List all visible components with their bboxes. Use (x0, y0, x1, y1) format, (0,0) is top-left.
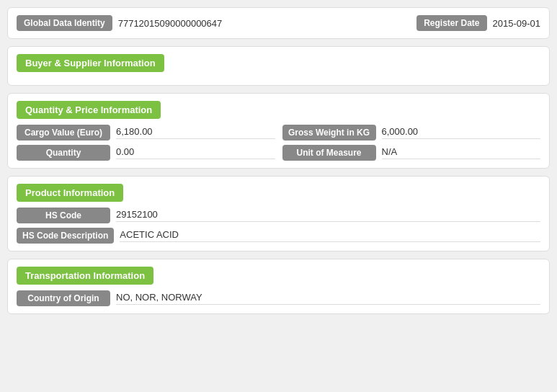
cargo-value-label: Cargo Value (Euro) (17, 125, 110, 141)
quantity-label: Quantity (17, 145, 110, 161)
hs-code-desc-label: HS Code Description (17, 228, 114, 244)
gross-weight-col: Gross Weight in KG 6,000.00 (282, 125, 541, 141)
quantity-value: 0.00 (116, 146, 275, 159)
product-title: Product Information (17, 184, 123, 202)
quantity-price-row2: Quantity 0.00 Unit of Measure N/A (17, 145, 540, 161)
page-container: Global Data Identity 7771201509000000064… (7, 7, 550, 314)
unit-of-measure-value: N/A (382, 146, 541, 159)
global-data-label: Global Data Identity (17, 15, 112, 31)
global-data-value: 77712015090000000647 (118, 18, 411, 29)
country-of-origin-row: Country of Origin NO, NOR, NORWAY (17, 290, 540, 306)
transportation-title: Transportation Information (17, 267, 153, 285)
quantity-col: Quantity 0.00 (17, 145, 275, 161)
country-of-origin-label: Country of Origin (17, 290, 110, 306)
hs-code-label: HS Code (17, 208, 110, 223)
hs-code-desc-value: ACETIC ACID (120, 229, 540, 242)
hs-code-desc-row: HS Code Description ACETIC ACID (17, 228, 540, 244)
register-date-value: 2015-09-01 (493, 18, 541, 29)
header-card: Global Data Identity 7771201509000000064… (7, 7, 550, 39)
buyer-supplier-card: Buyer & Supplier Information (7, 46, 550, 86)
transportation-card: Transportation Information Country of Or… (7, 259, 550, 314)
quantity-price-card: Quantity & Price Information Cargo Value… (7, 93, 550, 169)
hs-code-row: HS Code 29152100 (17, 208, 540, 223)
buyer-supplier-title: Buyer & Supplier Information (17, 54, 164, 72)
quantity-price-row1: Cargo Value (Euro) 6,180.00 Gross Weight… (17, 125, 540, 141)
unit-of-measure-label: Unit of Measure (282, 145, 376, 161)
quantity-price-title: Quantity & Price Information (17, 101, 161, 119)
country-of-origin-value: NO, NOR, NORWAY (116, 292, 540, 305)
gross-weight-label: Gross Weight in KG (282, 125, 376, 141)
hs-code-value: 29152100 (116, 209, 540, 222)
gross-weight-value: 6,000.00 (382, 126, 541, 139)
product-card: Product Information HS Code 29152100 HS … (7, 176, 550, 251)
unit-of-measure-col: Unit of Measure N/A (282, 145, 541, 161)
register-date-label: Register Date (416, 15, 486, 31)
cargo-value-col: Cargo Value (Euro) 6,180.00 (17, 125, 275, 141)
cargo-value: 6,180.00 (116, 126, 275, 139)
header-right: Register Date 2015-09-01 (416, 15, 540, 31)
